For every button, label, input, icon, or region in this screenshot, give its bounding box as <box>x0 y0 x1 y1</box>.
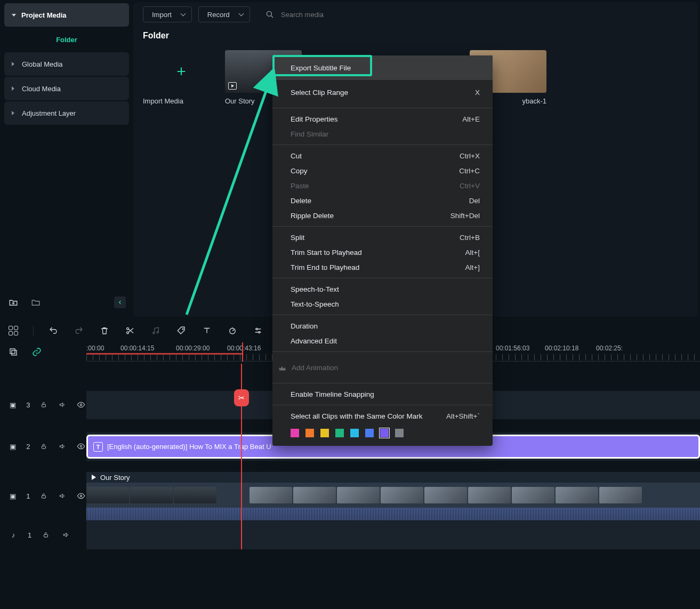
track-lane[interactable] <box>86 520 700 549</box>
sidebar-item-project-media[interactable]: Project Media <box>4 3 129 27</box>
color-swatch[interactable] <box>335 429 344 437</box>
import-media-cell[interactable]: + Import Media <box>143 50 220 105</box>
eye-icon[interactable] <box>76 490 86 502</box>
music-note-icon[interactable]: ♪ <box>7 529 19 541</box>
track-controls: ▣ 1 <box>0 471 86 520</box>
speaker-icon[interactable] <box>58 440 68 452</box>
context-menu-item[interactable]: CopyCtrl+C <box>272 163 493 178</box>
text-badge-icon: T <box>93 442 103 452</box>
playhead[interactable]: ✂ <box>241 364 242 549</box>
time-stamp: 00:00:43:16 <box>227 344 261 352</box>
color-swatch[interactable] <box>305 429 314 437</box>
lock-icon[interactable] <box>38 440 49 452</box>
scissors-icon: ✂ <box>238 394 245 402</box>
context-menu-label: Paste <box>291 182 309 190</box>
context-menu-item[interactable]: Ripple DeleteShift+Del <box>272 208 493 223</box>
link-icon[interactable] <box>31 346 43 358</box>
sidebar: Project Media Folder Global Media Cloud … <box>0 0 133 319</box>
track-controls: ▣ 3 <box>0 390 86 419</box>
track-badge-icon[interactable]: ▣ <box>7 490 18 502</box>
context-menu-item[interactable]: DeleteDel <box>272 193 493 208</box>
context-menu-item[interactable]: Text-to-Speech <box>272 297 493 311</box>
new-folder-icon[interactable] <box>7 297 19 308</box>
color-swatch[interactable] <box>291 429 299 437</box>
context-menu-shortcut: Ctrl+V <box>460 182 480 190</box>
track-badge-icon[interactable]: ▣ <box>7 440 18 452</box>
track-lane[interactable]: Our Story <box>86 471 700 520</box>
lock-icon[interactable] <box>38 399 49 411</box>
svg-point-5 <box>157 332 158 333</box>
sidebar-item-global-media[interactable]: Global Media <box>4 52 129 76</box>
color-swatch[interactable] <box>320 429 329 437</box>
color-swatch[interactable] <box>395 429 404 437</box>
context-menu-item[interactable]: Edit PropertiesAlt+E <box>272 111 493 126</box>
sidebar-label: Adjustment Layer <box>22 109 76 117</box>
lock-icon[interactable] <box>40 529 52 541</box>
music-icon[interactable] <box>150 325 162 336</box>
sidebar-item-cloud-media[interactable]: Cloud Media <box>4 77 129 100</box>
scissors-icon[interactable] <box>124 325 136 336</box>
video-clip-title: Our Story <box>100 474 130 482</box>
context-menu-item[interactable]: Export Subtitle File <box>272 55 493 80</box>
context-menu-label: Find Similar <box>291 130 328 138</box>
svg-point-15 <box>81 445 82 447</box>
context-menu-separator <box>272 145 493 145</box>
context-menu-shortcut: Ctrl+B <box>460 234 480 242</box>
redo-icon[interactable] <box>73 325 85 336</box>
sidebar-label: Folder <box>56 36 77 44</box>
svg-rect-14 <box>42 446 46 448</box>
time-stamp: 00:00:14:15 <box>120 344 154 352</box>
apps-icon[interactable] <box>7 325 19 336</box>
undo-icon[interactable] <box>47 325 59 336</box>
import-dropdown[interactable]: Import <box>143 6 192 22</box>
color-swatch[interactable] <box>365 429 374 437</box>
context-menu-item[interactable]: CutCtrl+X <box>272 148 493 163</box>
context-menu-label: Duration <box>291 322 318 330</box>
context-menu-item[interactable]: Duration <box>272 318 493 333</box>
sidebar-item-adjustment-layer[interactable]: Adjustment Layer <box>4 101 129 125</box>
context-menu-item[interactable]: SplitCtrl+B <box>272 230 493 245</box>
eye-icon[interactable] <box>76 399 86 411</box>
text-icon[interactable] <box>201 325 213 336</box>
tag-icon[interactable] <box>175 325 187 336</box>
context-menu-item[interactable]: Select Clip RangeX <box>272 80 493 105</box>
context-menu-item[interactable]: Trim End to PlayheadAlt+] <box>272 260 493 275</box>
lock-icon[interactable] <box>38 490 49 502</box>
context-menu-item[interactable]: Enable Timeline Snapping <box>272 387 493 402</box>
import-media-label: Import Media <box>143 97 220 105</box>
import-media-thumb: + <box>143 50 220 93</box>
track-badge-icon[interactable]: ▣ <box>7 399 18 411</box>
video-badge-icon <box>228 82 237 90</box>
collapse-sidebar-button[interactable] <box>114 297 126 308</box>
svg-point-6 <box>182 328 183 330</box>
speaker-icon[interactable] <box>60 529 72 541</box>
folder-icon[interactable] <box>30 297 42 308</box>
context-menu-shortcut: Del <box>469 197 480 205</box>
color-swatch[interactable] <box>350 429 359 437</box>
speed-icon[interactable] <box>227 325 238 336</box>
context-menu-item[interactable]: Trim Start to PlayheadAlt+[ <box>272 245 493 260</box>
speaker-icon[interactable] <box>58 490 68 502</box>
context-menu-separator <box>272 226 493 227</box>
sliders-icon[interactable] <box>252 325 264 336</box>
trash-icon[interactable] <box>99 325 110 336</box>
svg-rect-16 <box>42 495 46 498</box>
context-menu-separator <box>272 315 493 315</box>
search-input[interactable] <box>281 11 388 19</box>
speaker-icon[interactable] <box>58 399 68 411</box>
record-dropdown[interactable]: Record <box>198 6 250 22</box>
eye-icon[interactable] <box>76 440 86 452</box>
context-menu-item[interactable]: Select all Clips with the Same Color Mar… <box>272 408 493 423</box>
video-clip[interactable]: Our Story <box>86 472 700 520</box>
sidebar-item-folder[interactable]: Folder <box>4 28 129 51</box>
sidebar-label: Global Media <box>22 60 63 68</box>
context-menu-label: Text-to-Speech <box>291 300 339 308</box>
playhead-knob[interactable]: ✂ <box>234 389 249 406</box>
add-track-icon[interactable] <box>7 346 19 358</box>
context-menu-item[interactable]: Advanced Edit <box>272 333 493 348</box>
context-menu-item[interactable]: Speech-to-Text <box>272 282 493 297</box>
context-menu-label: Trim Start to Playhead <box>291 249 362 257</box>
track-number: 1 <box>28 531 31 539</box>
color-swatch[interactable] <box>380 429 389 437</box>
search-wrap <box>256 9 388 20</box>
